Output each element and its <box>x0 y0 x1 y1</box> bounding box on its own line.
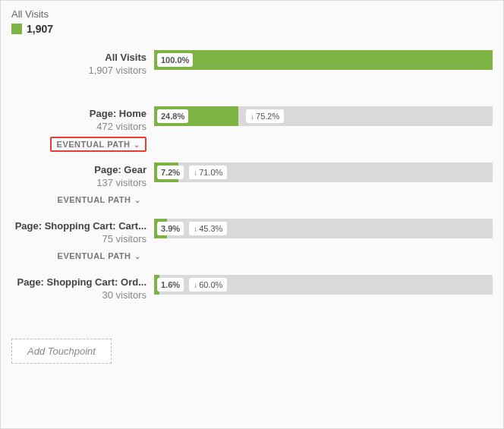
row-subtitle: 472 visitors <box>11 121 146 132</box>
row-bar-area: 7.2%↓71.0% <box>154 162 493 208</box>
drop-badge: ↓60.0% <box>189 278 227 292</box>
bar-fill <box>154 50 493 70</box>
panel-metric: 1,907 <box>11 23 493 35</box>
percent-badge: 100.0% <box>157 53 193 67</box>
row-spacer <box>154 182 493 208</box>
row-labels: Page: Shopping Cart: Cart...75 visitorsE… <box>11 219 154 264</box>
fallout-row: Page: Shopping Cart: Ord...30 visitors1.… <box>11 275 493 320</box>
eventual-path-button[interactable]: EVENTUAL PATH⌄ <box>52 193 146 207</box>
panel-value: 1,907 <box>27 23 53 35</box>
eventual-path-label: EVENTUAL PATH <box>58 251 131 260</box>
drop-badge: ↓75.2% <box>246 109 284 123</box>
fallout-panel: All Visits 1,907 All Visits1,907 visitor… <box>0 0 504 429</box>
add-touchpoint-button[interactable]: Add Touchpoint <box>11 339 112 364</box>
fallout-row: Page: Shopping Cart: Cart...75 visitorsE… <box>11 219 493 264</box>
row-subtitle: 1,907 visitors <box>11 65 146 76</box>
eventual-path-label: EVENTUAL PATH <box>58 195 131 204</box>
arrow-down-icon: ↓ <box>194 281 197 289</box>
arrow-down-icon: ↓ <box>194 169 197 177</box>
bar-track: 24.8%↓75.2% <box>154 106 493 126</box>
row-labels: Page: Gear137 visitorsEVENTUAL PATH⌄ <box>11 162 154 208</box>
bar-track: 1.6%↓60.0% <box>154 275 493 295</box>
fallout-row: All Visits1,907 visitors100.0% <box>11 50 493 96</box>
swatch-icon <box>11 24 22 34</box>
drop-badge: ↓45.3% <box>189 222 227 235</box>
eventual-path-label: EVENTUAL PATH <box>57 140 131 149</box>
panel-title: All Visits <box>11 8 493 20</box>
row-labels: Page: Home472 visitorsEVENTUAL PATH⌄ <box>11 106 154 152</box>
row-title: Page: Home <box>11 108 146 119</box>
arrow-down-icon: ↓ <box>250 112 254 121</box>
row-subtitle: 30 visitors <box>11 289 146 301</box>
row-title: Page: Shopping Cart: Cart... <box>11 220 146 232</box>
row-bar-area: 100.0% <box>154 50 493 96</box>
row-title: Page: Shopping Cart: Ord... <box>11 276 146 288</box>
chevron-down-icon: ⌄ <box>134 140 140 149</box>
percent-badge: 1.6% <box>157 278 184 292</box>
drop-value: 45.3% <box>199 224 222 233</box>
eventual-path-button[interactable]: EVENTUAL PATH⌄ <box>52 249 146 263</box>
row-title: Page: Gear <box>11 164 146 175</box>
percent-badge: 24.8% <box>157 109 188 123</box>
fallout-rows: All Visits1,907 visitors100.0%Page: Home… <box>11 50 493 320</box>
row-subtitle: 137 visitors <box>11 177 146 188</box>
bar-track: 3.9%↓45.3% <box>154 219 493 238</box>
fallout-row: Page: Gear137 visitorsEVENTUAL PATH⌄7.2%… <box>11 162 493 208</box>
row-bar-area: 1.6%↓60.0% <box>154 275 493 320</box>
row-labels: All Visits1,907 visitors <box>11 50 154 96</box>
row-bar-area: 24.8%↓75.2% <box>154 106 493 152</box>
chevron-down-icon: ⌄ <box>134 196 141 204</box>
row-spacer <box>154 126 493 152</box>
drop-value: 71.0% <box>199 168 222 177</box>
row-labels: Page: Shopping Cart: Ord...30 visitors <box>11 275 154 320</box>
bar-track: 7.2%↓71.0% <box>154 162 493 182</box>
bar-track: 100.0% <box>154 50 493 70</box>
drop-badge: ↓71.0% <box>189 166 227 179</box>
chevron-down-icon: ⌄ <box>134 252 141 260</box>
row-bar-area: 3.9%↓45.3% <box>154 219 493 264</box>
arrow-down-icon: ↓ <box>194 225 197 233</box>
drop-value: 60.0% <box>199 280 222 289</box>
percent-badge: 3.9% <box>157 222 184 235</box>
eventual-path-button[interactable]: EVENTUAL PATH⌄ <box>50 137 146 152</box>
percent-badge: 7.2% <box>157 166 184 179</box>
row-spacer <box>154 238 493 264</box>
row-spacer <box>154 70 493 96</box>
row-title: All Visits <box>11 52 146 63</box>
row-spacer <box>154 295 493 320</box>
row-subtitle: 75 visitors <box>11 233 146 244</box>
drop-value: 75.2% <box>256 112 279 121</box>
fallout-row: Page: Home472 visitorsEVENTUAL PATH⌄24.8… <box>11 106 493 152</box>
